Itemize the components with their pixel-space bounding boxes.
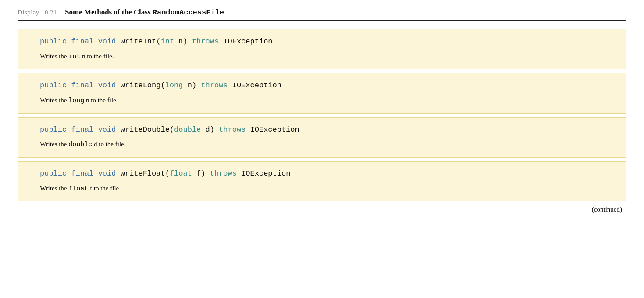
continued-label: (continued) (18, 206, 626, 213)
method-signature-writeDouble: public final void writeDouble(double d) … (40, 125, 613, 135)
keyword-teal-writeLong: throws (201, 81, 228, 90)
methods-container: public final void writeInt(int n) throws… (18, 29, 626, 201)
method-block-writeDouble: public final void writeDouble(double d) … (18, 117, 626, 158)
keyword-teal-writeFloat: float (170, 169, 192, 178)
keyword-blue-writeInt: void (98, 37, 116, 46)
desc-mono-writeInt: int (68, 53, 80, 61)
keyword-blue-writeInt: public (40, 37, 67, 46)
method-desc-writeFloat: Writes the float f to the file. (40, 183, 613, 194)
method-signature-writeFloat: public final void writeFloat(float f) th… (40, 169, 613, 179)
desc-mono-writeDouble: double (68, 141, 92, 148)
keyword-blue-writeFloat: public (40, 169, 67, 178)
keyword-teal-writeDouble: double (174, 126, 201, 134)
keyword-blue-writeFloat: void (98, 169, 116, 178)
method-desc-writeInt: Writes the int n to the file. (40, 51, 613, 62)
method-block-writeFloat: public final void writeFloat(float f) th… (18, 161, 626, 201)
keyword-blue-writeDouble: final (71, 126, 93, 134)
keyword-teal-writeDouble: throws (219, 126, 246, 134)
desc-mono-writeFloat: float (68, 185, 88, 193)
keyword-teal-writeLong: long (165, 81, 183, 90)
keyword-teal-writeFloat: throws (210, 169, 237, 178)
keyword-blue-writeDouble: void (98, 126, 116, 134)
keyword-blue-writeDouble: public (40, 126, 67, 134)
method-desc-writeLong: Writes the long n to the file. (40, 95, 613, 106)
keyword-teal-writeInt: int (160, 37, 174, 46)
method-block-writeInt: public final void writeInt(int n) throws… (18, 29, 626, 69)
keyword-blue-writeFloat: final (71, 169, 93, 178)
page-header: Display 10.21 Some Methods of the Class … (18, 8, 626, 21)
method-desc-writeDouble: Writes the double d to the file. (40, 139, 613, 150)
keyword-blue-writeLong: final (71, 81, 93, 90)
page-container: Display 10.21 Some Methods of the Class … (0, 0, 644, 298)
method-block-writeLong: public final void writeLong(long n) thro… (18, 73, 626, 113)
display-title: Some Methods of the Class RandomAccessFi… (65, 8, 224, 17)
display-title-text: Some Methods of the Class (65, 8, 153, 16)
desc-mono-writeLong: long (68, 97, 84, 104)
keyword-blue-writeLong: public (40, 81, 67, 90)
display-label: Display 10.21 (18, 9, 57, 16)
method-signature-writeInt: public final void writeInt(int n) throws… (40, 36, 613, 47)
keyword-blue-writeInt: final (71, 37, 93, 46)
display-title-class: RandomAccessFile (153, 8, 224, 17)
keyword-teal-writeInt: throws (192, 37, 219, 46)
keyword-blue-writeLong: void (98, 81, 116, 90)
method-signature-writeLong: public final void writeLong(long n) thro… (40, 80, 613, 91)
